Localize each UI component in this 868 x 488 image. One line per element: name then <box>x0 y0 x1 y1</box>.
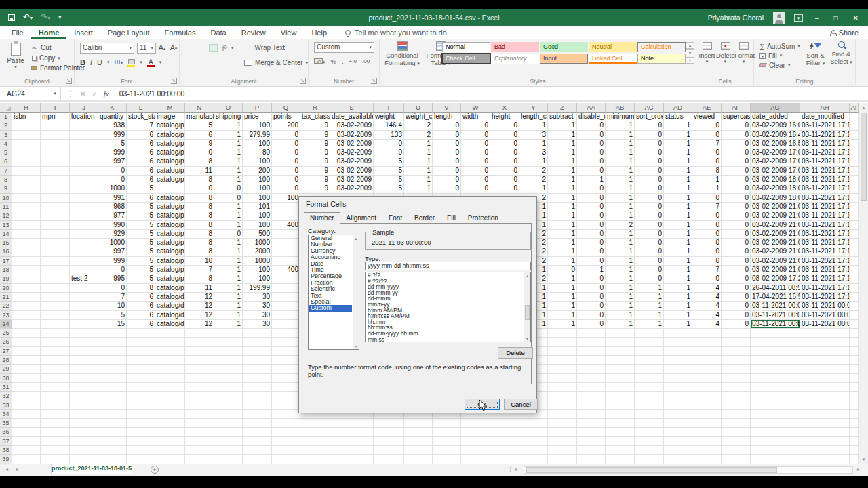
cell-O27[interactable] <box>214 347 243 356</box>
cell-Q6[interactable]: 0 <box>272 157 300 166</box>
row-header-18[interactable]: 18 <box>0 266 12 274</box>
cell-N1[interactable]: manufactu <box>185 113 214 121</box>
style-chip-note[interactable]: Note <box>637 54 686 64</box>
cell-AB21[interactable]: 1 <box>606 293 635 302</box>
cell-V35[interactable] <box>433 419 461 428</box>
cell-AD14[interactable]: 1 <box>664 230 692 239</box>
cell-H39[interactable] <box>12 455 41 464</box>
cell-AB33[interactable] <box>606 401 635 410</box>
cell-AI9[interactable] <box>850 184 859 193</box>
row-header-28[interactable]: 28 <box>0 356 12 365</box>
cell-AB36[interactable] <box>606 428 635 436</box>
cell-AI11[interactable] <box>850 203 859 211</box>
cell-J21[interactable] <box>70 293 98 302</box>
user-name[interactable]: Priyabrata Ghorai <box>708 14 764 22</box>
column-header-O[interactable]: O <box>214 103 243 113</box>
cell-J27[interactable] <box>70 347 98 356</box>
cell-AH2[interactable]: 03-11-2021 17:17 <box>800 121 850 130</box>
cell-O16[interactable]: 1 <box>214 247 243 256</box>
cell-N31[interactable] <box>185 383 214 392</box>
cell-R5[interactable]: 9 <box>300 148 330 157</box>
autosum-button[interactable]: ∑AutoSum▾ <box>760 42 800 50</box>
cell-T7[interactable]: 5 <box>374 167 404 176</box>
cell-O29[interactable] <box>214 365 243 373</box>
cell-AH24[interactable]: 03-11-2021 00:00 <box>800 320 850 329</box>
cell-AH31[interactable] <box>800 383 850 392</box>
cell-AI33[interactable] <box>850 401 859 410</box>
cell-M21[interactable]: catalog/de <box>155 293 185 302</box>
cell-AI15[interactable] <box>850 239 859 247</box>
cell-R37[interactable] <box>300 437 330 446</box>
style-chip-linked-cell[interactable]: Linked Cell <box>589 54 637 64</box>
cell-S5[interactable]: 03-02-2009 <box>330 148 374 157</box>
cell-Q37[interactable] <box>272 437 300 446</box>
cell-H37[interactable] <box>12 437 41 446</box>
type-scroll-up-icon[interactable]: ▴ <box>524 273 530 278</box>
font-size-select[interactable]: 11▾ <box>137 43 156 54</box>
cell-AC19[interactable]: 0 <box>635 274 664 283</box>
cell-K12[interactable]: 977 <box>98 211 127 220</box>
cell-AG21[interactable]: 17-04-2021 15:54 <box>751 293 800 302</box>
cell-K38[interactable] <box>98 446 127 455</box>
cell-AB37[interactable] <box>606 437 635 446</box>
cell-AA32[interactable] <box>577 392 606 401</box>
cell-K18[interactable]: 0 <box>98 266 127 274</box>
cell-AG7[interactable]: 03-02-2009 17:08 <box>751 167 800 176</box>
cell-AG19[interactable]: 08-02-2009 17:21 <box>751 274 800 283</box>
cell-AH36[interactable] <box>800 428 850 436</box>
cell-AB11[interactable]: 1 <box>606 203 635 211</box>
cell-L28[interactable] <box>127 356 155 365</box>
tell-me-box[interactable]: Tell me what you want to do <box>345 28 447 37</box>
cell-Q10[interactable]: 100 <box>272 194 300 203</box>
cell-Q25[interactable] <box>272 329 300 338</box>
cell-O19[interactable]: 1 <box>214 274 243 283</box>
cell-AF7[interactable]: 0 <box>722 167 751 176</box>
column-header-S[interactable]: S <box>330 103 374 113</box>
cell-AF24[interactable]: 0 <box>722 320 751 329</box>
cell-AE27[interactable] <box>692 347 722 356</box>
cell-L13[interactable]: 5 <box>127 221 155 230</box>
cell-W8[interactable]: 0 <box>461 176 490 184</box>
cell-AA28[interactable] <box>577 356 606 365</box>
cell-AH6[interactable]: 03-11-2021 17:17 <box>800 157 850 166</box>
cell-N2[interactable]: 5 <box>185 121 214 130</box>
cell-L4[interactable]: 6 <box>127 140 155 148</box>
cell-AA26[interactable] <box>577 338 606 346</box>
cell-P34[interactable] <box>243 410 272 419</box>
cell-Q9[interactable]: 0 <box>272 184 300 193</box>
cell-AA6[interactable]: 0 <box>577 157 606 166</box>
find-select-button[interactable]: Find & Select ▾ <box>829 41 854 66</box>
cell-Q8[interactable]: 0 <box>272 176 300 184</box>
cell-AG20[interactable]: 26-04-2011 08:57 <box>751 284 800 293</box>
row-header-9[interactable]: 9 <box>0 184 12 193</box>
cell-AI26[interactable] <box>850 338 859 346</box>
cell-AD4[interactable]: 1 <box>664 140 692 148</box>
cell-AB25[interactable] <box>606 329 635 338</box>
cell-Z13[interactable]: 1 <box>548 221 577 230</box>
cell-Q22[interactable] <box>272 302 300 310</box>
cell-Q18[interactable]: 400 <box>272 266 300 274</box>
cell-N8[interactable]: 8 <box>185 176 214 184</box>
cell-Q2[interactable]: 200 <box>272 121 300 130</box>
cell-AI17[interactable] <box>850 257 859 266</box>
cell-AH19[interactable]: 03-11-2021 17:17 <box>800 274 850 283</box>
paste-dropdown-icon[interactable]: ▾ <box>3 64 28 70</box>
delete-button[interactable]: Delete <box>498 347 533 359</box>
cell-AH20[interactable]: 03-11-2021 17:17 <box>800 284 850 293</box>
cell-AB32[interactable] <box>606 392 635 401</box>
cell-AF23[interactable]: 0 <box>722 311 751 320</box>
cell-Q11[interactable] <box>272 203 300 211</box>
cell-Z6[interactable]: 1 <box>548 157 577 166</box>
cell-P23[interactable]: 30 <box>243 311 272 320</box>
cell-W39[interactable] <box>461 455 490 464</box>
cell-J2[interactable] <box>70 121 98 130</box>
cell-L37[interactable] <box>127 437 155 446</box>
cell-O39[interactable] <box>214 455 243 464</box>
cell-X8[interactable]: 0 <box>490 176 519 184</box>
row-header-10[interactable]: 10 <box>0 194 12 203</box>
cell-X6[interactable]: 0 <box>490 157 519 166</box>
cell-K35[interactable] <box>98 419 127 428</box>
cell-L1[interactable]: stock_stat <box>127 113 155 121</box>
cell-J9[interactable] <box>70 184 98 193</box>
cell-AG26[interactable] <box>751 338 800 346</box>
